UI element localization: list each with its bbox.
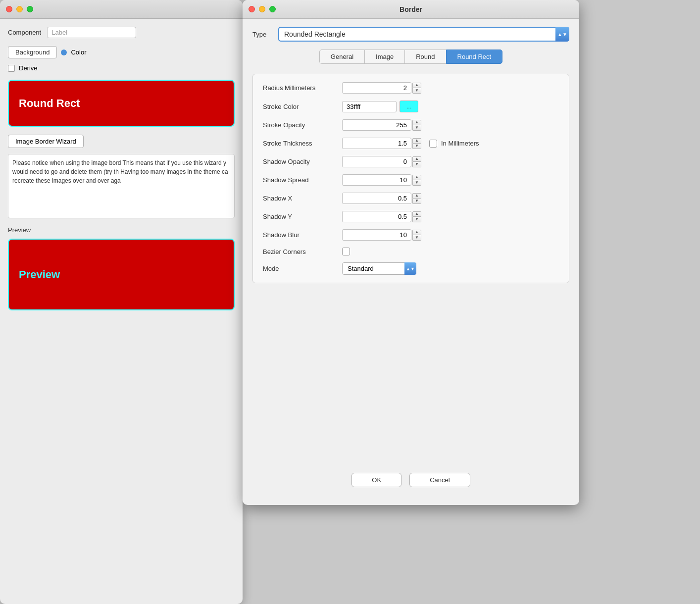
- dialog-close-icon[interactable]: [249, 6, 255, 12]
- shadow-x-input-group: ▲ ▼: [342, 193, 421, 204]
- type-row: Type Rounded Rectangle ▲▼: [252, 27, 569, 42]
- preview-bottom-box: Preview: [8, 239, 235, 310]
- shadow-spread-down[interactable]: ▼: [412, 180, 421, 186]
- shadow-y-input[interactable]: [342, 211, 411, 222]
- shadow-opacity-label: Shadow Opacity: [263, 158, 342, 165]
- image-border-wizard-button[interactable]: Image Border Wizard: [8, 135, 84, 148]
- round-rect-preview-text: Round Rect: [19, 97, 80, 110]
- component-input[interactable]: [47, 27, 136, 38]
- shadow-opacity-row: Shadow Opacity ▲ ▼: [263, 156, 559, 167]
- bg-tab-bar: Background Color: [8, 46, 235, 58]
- mode-select[interactable]: Standard: [342, 262, 416, 275]
- shadow-spread-up[interactable]: ▲: [412, 175, 421, 180]
- color-tab-label: Color: [71, 49, 86, 56]
- in-mm-checkbox[interactable]: [429, 140, 437, 148]
- dialog-traffic-lights: [249, 6, 276, 12]
- derive-label: Derive: [19, 64, 38, 72]
- radius-mm-up[interactable]: ▲: [412, 83, 421, 88]
- radius-mm-label: Radius Millimeters: [263, 84, 342, 92]
- radius-mm-input-group: ▲ ▼: [342, 82, 421, 94]
- shadow-opacity-stepper: ▲ ▼: [412, 156, 421, 167]
- tab-general[interactable]: General: [319, 50, 364, 64]
- stroke-thickness-input[interactable]: [342, 138, 411, 149]
- shadow-opacity-up[interactable]: ▲: [412, 156, 421, 162]
- derive-checkbox[interactable]: [8, 65, 15, 72]
- shadow-blur-up[interactable]: ▲: [412, 230, 421, 235]
- tab-round-rect[interactable]: Round Rect: [446, 50, 503, 64]
- bezier-corners-label: Bezier Corners: [263, 248, 342, 255]
- preview-section-label: Preview: [8, 226, 235, 234]
- stroke-opacity-down[interactable]: ▼: [412, 125, 421, 131]
- shadow-spread-input[interactable]: [342, 174, 411, 186]
- color-indicator-icon: [61, 50, 67, 55]
- stroke-color-hex-input[interactable]: [342, 101, 397, 112]
- shadow-y-down[interactable]: ▼: [412, 217, 421, 222]
- background-tab-btn[interactable]: Background: [8, 46, 57, 58]
- radius-mm-input[interactable]: [342, 82, 411, 94]
- form-section: Radius Millimeters ▲ ▼ Stroke Color ...: [252, 74, 569, 283]
- stroke-opacity-up[interactable]: ▲: [412, 120, 421, 125]
- bezier-corners-checkbox[interactable]: [342, 248, 350, 255]
- shadow-x-down[interactable]: ▼: [412, 199, 421, 204]
- ok-button[interactable]: OK: [351, 473, 401, 487]
- stroke-opacity-input-group: ▲ ▼: [342, 119, 421, 131]
- shadow-blur-input[interactable]: [342, 229, 411, 241]
- bg-window-titlebar: [0, 0, 243, 19]
- stroke-opacity-label: Stroke Opacity: [263, 121, 342, 129]
- shadow-blur-down[interactable]: ▼: [412, 235, 421, 241]
- shadow-x-input[interactable]: [342, 193, 411, 204]
- notice-text: Please notice when using the image bord …: [8, 154, 235, 218]
- shadow-y-row: Shadow Y ▲ ▼: [263, 211, 559, 222]
- dialog-minimize-icon[interactable]: [259, 6, 265, 12]
- maximize-icon[interactable]: [27, 6, 33, 12]
- derive-row: Derive: [8, 64, 235, 72]
- type-select[interactable]: Rounded Rectangle: [278, 27, 569, 42]
- cancel-button[interactable]: Cancel: [409, 473, 470, 487]
- in-mm-checkbox-row: In Millimeters: [429, 140, 479, 148]
- dialog-title: Border: [400, 5, 422, 13]
- radius-mm-stepper: ▲ ▼: [412, 83, 421, 94]
- component-label: Component: [8, 29, 41, 36]
- stroke-color-label: Stroke Color: [263, 103, 342, 110]
- stroke-color-swatch-button[interactable]: ...: [400, 101, 418, 112]
- mode-label: Mode: [263, 265, 342, 272]
- shadow-spread-row: Shadow Spread ▲ ▼: [263, 174, 559, 186]
- bezier-corners-row: Bezier Corners: [263, 248, 559, 255]
- tab-image[interactable]: Image: [364, 50, 404, 64]
- shadow-x-label: Shadow X: [263, 195, 342, 202]
- stroke-opacity-input[interactable]: [342, 119, 411, 131]
- minimize-icon[interactable]: [16, 6, 23, 12]
- close-icon[interactable]: [6, 6, 12, 12]
- shadow-x-stepper: ▲ ▼: [412, 193, 421, 204]
- shadow-blur-row: Shadow Blur ▲ ▼: [263, 229, 559, 241]
- shadow-opacity-input[interactable]: [342, 156, 411, 167]
- shadow-blur-stepper: ▲ ▼: [412, 230, 421, 241]
- mode-row: Mode Standard ▲▼: [263, 262, 559, 275]
- type-label: Type: [252, 31, 272, 38]
- background-window: Component Background Color Derive Round …: [0, 0, 243, 604]
- border-dialog: Border Type Rounded Rectangle ▲▼ General…: [243, 0, 579, 505]
- preview-bottom-text: Preview: [19, 268, 60, 281]
- component-row: Component: [8, 27, 235, 38]
- dialog-tab-bar: General Image Round Round Rect: [252, 50, 569, 64]
- shadow-spread-stepper: ▲ ▼: [412, 175, 421, 186]
- shadow-opacity-down[interactable]: ▼: [412, 162, 421, 167]
- shadow-spread-input-group: ▲ ▼: [342, 174, 421, 186]
- shadow-blur-input-group: ▲ ▼: [342, 229, 421, 241]
- type-select-arrow-icon: ▲▼: [555, 27, 569, 42]
- tab-round[interactable]: Round: [404, 50, 446, 64]
- stroke-thickness-up[interactable]: ▲: [412, 138, 421, 144]
- stroke-thickness-input-group: ▲ ▼: [342, 138, 421, 149]
- stroke-thickness-label: Stroke Thickness: [263, 140, 342, 147]
- shadow-x-up[interactable]: ▲: [412, 193, 421, 199]
- shadow-y-up[interactable]: ▲: [412, 211, 421, 217]
- stroke-thickness-down[interactable]: ▼: [412, 144, 421, 149]
- stroke-color-group: ...: [342, 101, 418, 112]
- stroke-thickness-stepper: ▲ ▼: [412, 138, 421, 149]
- dialog-maximize-icon[interactable]: [269, 6, 276, 12]
- shadow-y-stepper: ▲ ▼: [412, 211, 421, 222]
- dialog-footer: OK Cancel: [243, 465, 579, 495]
- radius-mm-down[interactable]: ▼: [412, 88, 421, 94]
- stroke-opacity-row: Stroke Opacity ▲ ▼: [263, 119, 559, 131]
- shadow-y-input-group: ▲ ▼: [342, 211, 421, 222]
